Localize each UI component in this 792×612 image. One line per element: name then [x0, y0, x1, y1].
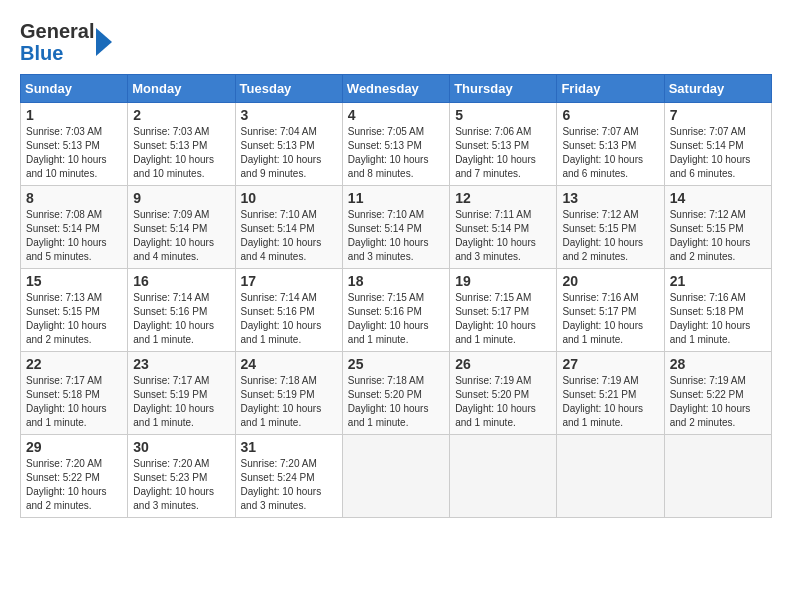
day-info: Sunrise: 7:03 AMSunset: 5:13 PMDaylight:… — [133, 125, 229, 181]
calendar-cell: 20 Sunrise: 7:16 AMSunset: 5:17 PMDaylig… — [557, 269, 664, 352]
day-number: 13 — [562, 190, 658, 206]
calendar-week-4: 22 Sunrise: 7:17 AMSunset: 5:18 PMDaylig… — [21, 352, 772, 435]
day-info: Sunrise: 7:15 AMSunset: 5:17 PMDaylight:… — [455, 291, 551, 347]
day-number: 3 — [241, 107, 337, 123]
logo-arrow-icon — [94, 24, 116, 60]
day-info: Sunrise: 7:13 AMSunset: 5:15 PMDaylight:… — [26, 291, 122, 347]
calendar-cell: 8 Sunrise: 7:08 AMSunset: 5:14 PMDayligh… — [21, 186, 128, 269]
calendar-week-2: 8 Sunrise: 7:08 AMSunset: 5:14 PMDayligh… — [21, 186, 772, 269]
day-info: Sunrise: 7:18 AMSunset: 5:19 PMDaylight:… — [241, 374, 337, 430]
calendar-cell: 26 Sunrise: 7:19 AMSunset: 5:20 PMDaylig… — [450, 352, 557, 435]
calendar-cell: 11 Sunrise: 7:10 AMSunset: 5:14 PMDaylig… — [342, 186, 449, 269]
calendar-cell: 28 Sunrise: 7:19 AMSunset: 5:22 PMDaylig… — [664, 352, 771, 435]
day-number: 30 — [133, 439, 229, 455]
svg-marker-0 — [96, 28, 112, 56]
day-info: Sunrise: 7:16 AMSunset: 5:17 PMDaylight:… — [562, 291, 658, 347]
calendar-cell: 29 Sunrise: 7:20 AMSunset: 5:22 PMDaylig… — [21, 435, 128, 518]
col-header-tuesday: Tuesday — [235, 75, 342, 103]
day-number: 28 — [670, 356, 766, 372]
day-info: Sunrise: 7:16 AMSunset: 5:18 PMDaylight:… — [670, 291, 766, 347]
calendar-cell: 5 Sunrise: 7:06 AMSunset: 5:13 PMDayligh… — [450, 103, 557, 186]
calendar-cell: 31 Sunrise: 7:20 AMSunset: 5:24 PMDaylig… — [235, 435, 342, 518]
day-number: 14 — [670, 190, 766, 206]
day-info: Sunrise: 7:18 AMSunset: 5:20 PMDaylight:… — [348, 374, 444, 430]
day-info: Sunrise: 7:04 AMSunset: 5:13 PMDaylight:… — [241, 125, 337, 181]
day-number: 9 — [133, 190, 229, 206]
calendar-cell — [557, 435, 664, 518]
day-info: Sunrise: 7:20 AMSunset: 5:23 PMDaylight:… — [133, 457, 229, 513]
calendar-cell: 10 Sunrise: 7:10 AMSunset: 5:14 PMDaylig… — [235, 186, 342, 269]
day-number: 31 — [241, 439, 337, 455]
day-info: Sunrise: 7:20 AMSunset: 5:22 PMDaylight:… — [26, 457, 122, 513]
day-number: 2 — [133, 107, 229, 123]
day-number: 16 — [133, 273, 229, 289]
calendar-cell: 22 Sunrise: 7:17 AMSunset: 5:18 PMDaylig… — [21, 352, 128, 435]
header: General Blue — [20, 20, 772, 64]
calendar-cell: 14 Sunrise: 7:12 AMSunset: 5:15 PMDaylig… — [664, 186, 771, 269]
day-info: Sunrise: 7:19 AMSunset: 5:21 PMDaylight:… — [562, 374, 658, 430]
calendar-cell: 18 Sunrise: 7:15 AMSunset: 5:16 PMDaylig… — [342, 269, 449, 352]
day-info: Sunrise: 7:06 AMSunset: 5:13 PMDaylight:… — [455, 125, 551, 181]
day-number: 27 — [562, 356, 658, 372]
day-number: 26 — [455, 356, 551, 372]
day-number: 6 — [562, 107, 658, 123]
day-info: Sunrise: 7:05 AMSunset: 5:13 PMDaylight:… — [348, 125, 444, 181]
day-number: 1 — [26, 107, 122, 123]
calendar-cell: 6 Sunrise: 7:07 AMSunset: 5:13 PMDayligh… — [557, 103, 664, 186]
day-number: 29 — [26, 439, 122, 455]
col-header-sunday: Sunday — [21, 75, 128, 103]
calendar-cell: 25 Sunrise: 7:18 AMSunset: 5:20 PMDaylig… — [342, 352, 449, 435]
calendar-cell: 12 Sunrise: 7:11 AMSunset: 5:14 PMDaylig… — [450, 186, 557, 269]
day-number: 5 — [455, 107, 551, 123]
day-number: 4 — [348, 107, 444, 123]
calendar-cell: 27 Sunrise: 7:19 AMSunset: 5:21 PMDaylig… — [557, 352, 664, 435]
day-number: 11 — [348, 190, 444, 206]
day-number: 22 — [26, 356, 122, 372]
col-header-monday: Monday — [128, 75, 235, 103]
header-row: SundayMondayTuesdayWednesdayThursdayFrid… — [21, 75, 772, 103]
day-info: Sunrise: 7:09 AMSunset: 5:14 PMDaylight:… — [133, 208, 229, 264]
day-number: 18 — [348, 273, 444, 289]
calendar-cell: 4 Sunrise: 7:05 AMSunset: 5:13 PMDayligh… — [342, 103, 449, 186]
day-info: Sunrise: 7:20 AMSunset: 5:24 PMDaylight:… — [241, 457, 337, 513]
day-number: 17 — [241, 273, 337, 289]
calendar-cell: 16 Sunrise: 7:14 AMSunset: 5:16 PMDaylig… — [128, 269, 235, 352]
day-number: 20 — [562, 273, 658, 289]
calendar-week-5: 29 Sunrise: 7:20 AMSunset: 5:22 PMDaylig… — [21, 435, 772, 518]
calendar-cell: 21 Sunrise: 7:16 AMSunset: 5:18 PMDaylig… — [664, 269, 771, 352]
day-number: 8 — [26, 190, 122, 206]
calendar-cell — [342, 435, 449, 518]
day-info: Sunrise: 7:11 AMSunset: 5:14 PMDaylight:… — [455, 208, 551, 264]
day-number: 21 — [670, 273, 766, 289]
calendar-cell: 1 Sunrise: 7:03 AMSunset: 5:13 PMDayligh… — [21, 103, 128, 186]
calendar-cell: 23 Sunrise: 7:17 AMSunset: 5:19 PMDaylig… — [128, 352, 235, 435]
logo: General Blue — [20, 20, 116, 64]
calendar-cell: 3 Sunrise: 7:04 AMSunset: 5:13 PMDayligh… — [235, 103, 342, 186]
day-info: Sunrise: 7:14 AMSunset: 5:16 PMDaylight:… — [241, 291, 337, 347]
col-header-saturday: Saturday — [664, 75, 771, 103]
day-number: 7 — [670, 107, 766, 123]
day-info: Sunrise: 7:19 AMSunset: 5:22 PMDaylight:… — [670, 374, 766, 430]
day-info: Sunrise: 7:17 AMSunset: 5:18 PMDaylight:… — [26, 374, 122, 430]
calendar-cell: 17 Sunrise: 7:14 AMSunset: 5:16 PMDaylig… — [235, 269, 342, 352]
day-info: Sunrise: 7:17 AMSunset: 5:19 PMDaylight:… — [133, 374, 229, 430]
calendar-cell — [664, 435, 771, 518]
calendar-cell — [450, 435, 557, 518]
calendar-cell: 19 Sunrise: 7:15 AMSunset: 5:17 PMDaylig… — [450, 269, 557, 352]
day-number: 19 — [455, 273, 551, 289]
calendar-cell: 13 Sunrise: 7:12 AMSunset: 5:15 PMDaylig… — [557, 186, 664, 269]
day-info: Sunrise: 7:07 AMSunset: 5:14 PMDaylight:… — [670, 125, 766, 181]
day-info: Sunrise: 7:10 AMSunset: 5:14 PMDaylight:… — [241, 208, 337, 264]
day-info: Sunrise: 7:19 AMSunset: 5:20 PMDaylight:… — [455, 374, 551, 430]
day-info: Sunrise: 7:15 AMSunset: 5:16 PMDaylight:… — [348, 291, 444, 347]
calendar-cell: 9 Sunrise: 7:09 AMSunset: 5:14 PMDayligh… — [128, 186, 235, 269]
day-info: Sunrise: 7:12 AMSunset: 5:15 PMDaylight:… — [562, 208, 658, 264]
day-info: Sunrise: 7:07 AMSunset: 5:13 PMDaylight:… — [562, 125, 658, 181]
day-info: Sunrise: 7:03 AMSunset: 5:13 PMDaylight:… — [26, 125, 122, 181]
logo-general: General — [20, 20, 94, 42]
col-header-thursday: Thursday — [450, 75, 557, 103]
day-info: Sunrise: 7:14 AMSunset: 5:16 PMDaylight:… — [133, 291, 229, 347]
calendar-cell: 7 Sunrise: 7:07 AMSunset: 5:14 PMDayligh… — [664, 103, 771, 186]
calendar-cell: 24 Sunrise: 7:18 AMSunset: 5:19 PMDaylig… — [235, 352, 342, 435]
day-number: 15 — [26, 273, 122, 289]
